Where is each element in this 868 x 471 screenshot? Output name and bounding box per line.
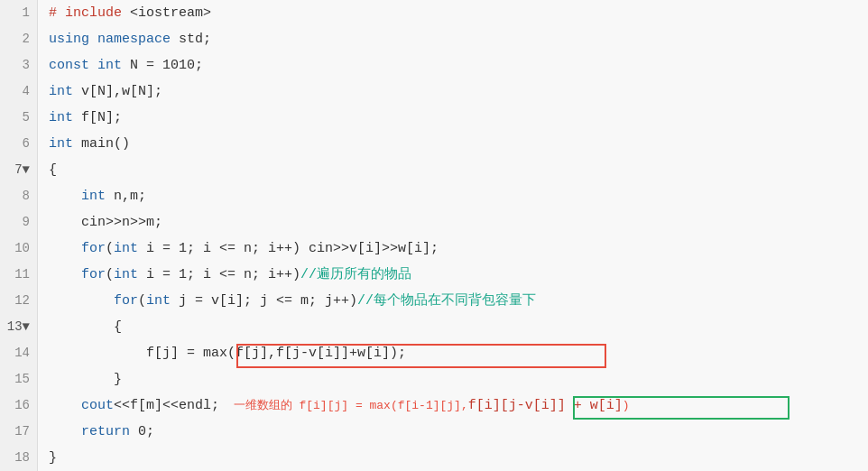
code-line-5: int f[N];: [49, 105, 868, 131]
code-line-8: int n,m;: [49, 183, 868, 209]
code-line-15: }: [49, 366, 868, 392]
ln-7: 7▼: [0, 157, 30, 183]
ln-8: 8: [0, 183, 30, 209]
code-line-1: # include <iostream>: [49, 0, 868, 26]
ln-15: 15: [0, 366, 30, 392]
code-line-4: int v[N],w[N];: [49, 78, 868, 105]
code-line-6: int main(): [49, 131, 868, 157]
ln-18: 18: [0, 445, 30, 471]
ln-16: 16: [0, 392, 30, 419]
code-line-11: for(int i = 1; i <= n; i++)//遍历所有的物品: [49, 262, 868, 288]
ln-17: 17: [0, 419, 30, 445]
ln-4: 4: [0, 78, 30, 105]
code-body: # include <iostream> using namespace std…: [38, 0, 868, 471]
code-line-12: for(int j = v[i]; j <= m; j++)//每个物品在不同背…: [49, 288, 868, 314]
ln-9: 9: [0, 209, 30, 236]
ln-13: 13▼: [0, 314, 30, 340]
ln-1: 1: [0, 0, 30, 26]
line-numbers: 1 2 3 4 5 6 7▼ 8 9 10 11 12 13▼ 14 15 16…: [0, 0, 38, 471]
code-line-18: }: [49, 445, 868, 471]
code-line-17: return 0;: [49, 419, 868, 445]
code-container: 1 2 3 4 5 6 7▼ 8 9 10 11 12 13▼ 14 15 16…: [0, 0, 868, 471]
code-line-3: const int N = 1010;: [49, 52, 868, 78]
ln-12: 12: [0, 288, 30, 314]
ln-10: 10: [0, 236, 30, 262]
ln-3: 3: [0, 52, 30, 78]
ln-6: 6: [0, 131, 30, 157]
code-line-10: for(int i = 1; i <= n; i++) cin>>v[i]>>w…: [49, 236, 868, 262]
ln-14: 14: [0, 340, 30, 366]
ln-5: 5: [0, 105, 30, 131]
code-line-14: f[j] = max(f[j],f[j-v[i]]+w[i]);: [49, 340, 868, 366]
ln-11: 11: [0, 262, 30, 288]
code-line-7: {: [49, 157, 868, 183]
code-line-9: cin>>n>>m;: [49, 209, 868, 236]
ln-2: 2: [0, 26, 30, 52]
code-line-2: using namespace std;: [49, 26, 868, 52]
code-line-13: {: [49, 314, 868, 340]
code-line-16: cout<<f[m]<<endl; 一维数组的 f[i][j] = max(f[…: [49, 392, 868, 419]
